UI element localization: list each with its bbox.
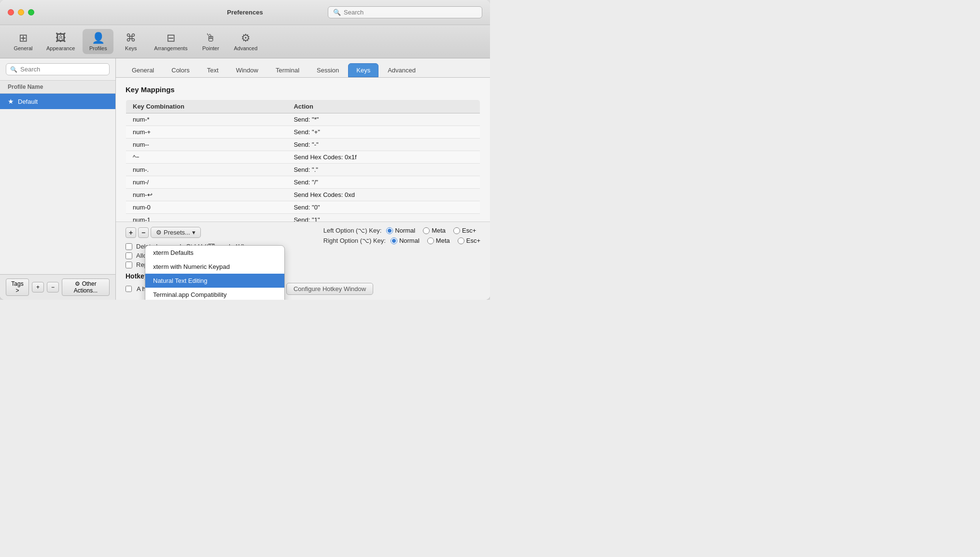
- table-row[interactable]: num-/Send: "/": [126, 176, 480, 189]
- tabs-bar: General Colors Text Window Terminal Sess…: [116, 58, 490, 78]
- default-star-icon: ★: [8, 97, 14, 105]
- presets-dropdown-button[interactable]: ⚙ Presets... ▾: [151, 227, 201, 238]
- window-title: Preferences: [227, 9, 263, 16]
- toolbar-item-keys[interactable]: ⌘ Keys: [115, 29, 146, 54]
- hotkey-checkbox[interactable]: [126, 286, 132, 292]
- other-actions-button[interactable]: ⚙ Other Actions...: [62, 278, 110, 296]
- preset-xterm-numeric[interactable]: xterm with Numeric Keypad: [145, 260, 284, 274]
- action-cell: Send Hex Codes: 0x1f: [287, 151, 480, 164]
- toolbar-advanced-label: Advanced: [234, 45, 257, 51]
- add-remove-presets-row: + − ⚙ Presets... ▾ xterm Defaults xterm …: [126, 227, 480, 238]
- sidebar-search-input[interactable]: [20, 66, 105, 73]
- left-option-radio-group: Normal Meta Esc+: [386, 227, 476, 234]
- tab-session[interactable]: Session: [308, 63, 347, 77]
- left-option-esc-label: Esc+: [462, 227, 476, 234]
- action-cell: Send: "/": [287, 176, 480, 189]
- sidebar-search-icon: 🔍: [10, 66, 17, 73]
- table-row[interactable]: ^−Send Hex Codes: 0x1f: [126, 151, 480, 164]
- preset-natural-text[interactable]: Natural Text Editing: [145, 274, 284, 288]
- add-profile-button[interactable]: +: [32, 282, 44, 292]
- maximize-button[interactable]: [28, 9, 34, 15]
- right-option-esc-radio[interactable]: [458, 237, 464, 244]
- tab-keys[interactable]: Keys: [348, 63, 378, 77]
- right-option-esc: Esc+: [458, 237, 480, 244]
- table-row[interactable]: num-.Send: ".": [126, 164, 480, 176]
- remove-profile-button[interactable]: −: [47, 282, 59, 292]
- remove-mapping-button[interactable]: −: [138, 227, 149, 238]
- presets-label: Presets...: [164, 229, 190, 236]
- tab-text[interactable]: Text: [199, 63, 227, 77]
- content-area: Key Mappings Key Combination Action num-…: [116, 78, 490, 222]
- minimize-button[interactable]: [18, 9, 24, 15]
- checkbox-allow-input[interactable]: [126, 252, 132, 259]
- left-option-meta-radio[interactable]: [423, 227, 430, 234]
- right-option-normal-radio[interactable]: [391, 237, 397, 244]
- advanced-icon: ⚙: [241, 32, 251, 44]
- add-mapping-button[interactable]: +: [126, 227, 136, 238]
- section-title: Key Mappings: [126, 85, 480, 94]
- preset-terminal-compat[interactable]: Terminal.app Compatibility: [145, 288, 284, 300]
- left-option-normal-radio[interactable]: [386, 227, 393, 234]
- tags-button[interactable]: Tags >: [6, 278, 29, 296]
- toolbar-item-arrangements[interactable]: ⊟ Arrangements: [148, 29, 193, 54]
- toolbar-general-label: General: [14, 45, 32, 51]
- profile-list-header: Profile Name: [0, 81, 115, 94]
- tab-window[interactable]: Window: [228, 63, 266, 77]
- right-option-esc-label: Esc+: [466, 237, 480, 244]
- right-option-row: Right Option (⌥) Key: Normal Meta: [323, 237, 480, 244]
- toolbar-search-icon: 🔍: [333, 9, 341, 16]
- left-option-label: Left Option (⌥) Key:: [323, 227, 382, 234]
- configure-hotkey-button[interactable]: Configure Hotkey Window: [286, 283, 373, 295]
- table-row[interactable]: num-↩Send Hex Codes: 0xd: [126, 189, 480, 201]
- key-cell: num-.: [126, 164, 287, 176]
- tab-colors[interactable]: Colors: [163, 63, 198, 77]
- toolbar-item-appearance[interactable]: 🖼 Appearance: [41, 29, 81, 54]
- col-header-key: Key Combination: [126, 100, 287, 113]
- right-option-meta: Meta: [427, 237, 450, 244]
- traffic-lights: [8, 9, 34, 15]
- general-icon: ⊞: [19, 32, 28, 44]
- close-button[interactable]: [8, 9, 14, 15]
- toolbar-item-profiles[interactable]: 👤 Profiles: [83, 29, 113, 54]
- presets-dropdown-menu: xterm Defaults xterm with Numeric Keypad…: [145, 245, 285, 300]
- right-panel: General Colors Text Window Terminal Sess…: [116, 58, 490, 300]
- left-option-normal-label: Normal: [395, 227, 415, 234]
- toolbar: ⊞ General 🖼 Appearance 👤 Profiles ⌘ Keys…: [0, 25, 490, 58]
- left-option-meta-label: Meta: [432, 227, 446, 234]
- toolbar-keys-label: Keys: [125, 45, 137, 51]
- left-option-meta: Meta: [423, 227, 446, 234]
- table-row[interactable]: num-*Send: "*": [126, 113, 480, 126]
- option-keys-section: Left Option (⌥) Key: Normal Meta: [323, 227, 480, 244]
- profile-item-default[interactable]: ★ Default: [0, 94, 115, 109]
- main-content: 🔍 Profile Name ★ Default Tags > + − ⚙ Ot…: [0, 58, 490, 300]
- table-row[interactable]: num-+Send: "+": [126, 126, 480, 139]
- toolbar-item-pointer[interactable]: 🖱 Pointer: [195, 29, 226, 54]
- checkbox-report-input[interactable]: [126, 262, 132, 268]
- key-mappings-table: Key Combination Action num-*Send: "*"num…: [126, 99, 480, 222]
- tab-general[interactable]: General: [124, 63, 162, 77]
- toolbar-item-advanced[interactable]: ⚙ Advanced: [228, 29, 263, 54]
- toolbar-arrangements-label: Arrangements: [154, 45, 187, 51]
- toolbar-item-general[interactable]: ⊞ General: [8, 29, 39, 54]
- right-option-label: Right Option (⌥) Key:: [323, 237, 386, 244]
- presets-gear-icon: ⚙: [156, 229, 162, 236]
- toolbar-search-input[interactable]: [344, 9, 477, 16]
- right-option-meta-radio[interactable]: [427, 237, 434, 244]
- titlebar: Preferences 🔍: [0, 0, 490, 25]
- action-cell: Send Hex Codes: 0xd: [287, 189, 480, 201]
- tab-terminal[interactable]: Terminal: [267, 63, 308, 77]
- right-option-normal: Normal: [391, 237, 420, 244]
- table-row[interactable]: num-1Send: "1": [126, 214, 480, 222]
- profile-list: ★ Default: [0, 94, 115, 274]
- action-cell: Send: "0": [287, 201, 480, 214]
- arrangements-icon: ⊟: [167, 32, 175, 44]
- tab-advanced[interactable]: Advanced: [379, 63, 424, 77]
- left-option-esc-radio[interactable]: [453, 227, 460, 234]
- appearance-icon: 🖼: [56, 32, 66, 44]
- keys-icon: ⌘: [126, 32, 136, 44]
- checkbox-delete-input[interactable]: [126, 243, 132, 250]
- table-row[interactable]: num--Send: "-": [126, 139, 480, 151]
- profile-name-default: Default: [18, 98, 38, 105]
- table-row[interactable]: num-0Send: "0": [126, 201, 480, 214]
- preset-xterm-defaults[interactable]: xterm Defaults: [145, 246, 284, 260]
